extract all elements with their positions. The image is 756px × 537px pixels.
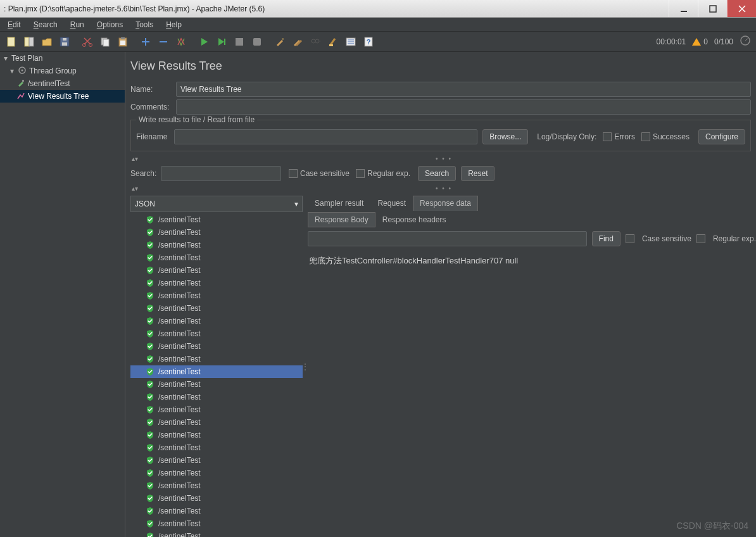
reset-button[interactable]: Reset <box>461 166 495 181</box>
test-plan-tree[interactable]: ▾ Test Plan ▾ Thread Group /sentinelTest… <box>0 52 125 537</box>
result-row[interactable]: /sentinelTest <box>130 353 303 365</box>
shield-check-icon <box>146 241 154 250</box>
search-case-label: Case sensitive <box>300 169 350 178</box>
tree-thread-group[interactable]: ▾ Thread Group <box>0 65 125 77</box>
open-icon[interactable] <box>39 34 54 49</box>
result-row[interactable]: /sentinelTest <box>130 315 303 327</box>
result-row[interactable]: /sentinelTest <box>130 264 303 277</box>
result-row[interactable]: /sentinelTest <box>130 239 303 251</box>
errors-checkbox[interactable] <box>603 132 612 141</box>
clear-all-icon[interactable] <box>290 34 305 49</box>
menu-search[interactable]: Search <box>27 18 64 31</box>
template-icon[interactable] <box>22 34 37 49</box>
clear-icon[interactable] <box>272 34 287 49</box>
new-icon[interactable] <box>4 34 19 49</box>
subtab-response-headers[interactable]: Response headers <box>375 212 453 227</box>
collapse-icon[interactable] <box>156 34 171 49</box>
tree-label-thread-group: Thread Group <box>29 66 77 75</box>
result-row[interactable]: /sentinelTest <box>130 505 303 517</box>
result-row[interactable]: /sentinelTest <box>130 340 303 353</box>
result-row[interactable]: /sentinelTest <box>130 429 303 441</box>
result-label: /sentinelTest <box>158 279 201 287</box>
start-icon[interactable] <box>196 34 211 49</box>
results-list[interactable]: /sentinelTest/sentinelTest/sentinelTest/… <box>130 213 303 537</box>
save-icon[interactable] <box>57 34 72 49</box>
menu-run[interactable]: Run <box>64 18 91 31</box>
menu-options[interactable]: Options <box>91 18 129 31</box>
vertical-splitter[interactable]: ⋮ <box>303 196 308 537</box>
function-helper-icon[interactable] <box>343 34 358 49</box>
filename-input[interactable] <box>174 129 477 144</box>
successes-checkbox[interactable] <box>641 132 650 141</box>
menu-help[interactable]: Help <box>160 18 188 31</box>
search-tree-icon[interactable] <box>308 34 323 49</box>
collapse-arrow-icon[interactable]: ▾ <box>3 54 9 63</box>
result-row[interactable]: /sentinelTest <box>130 302 303 315</box>
search-regex-checkbox[interactable] <box>356 169 365 178</box>
start-no-pause-icon[interactable] <box>214 34 229 49</box>
search-case-checkbox[interactable] <box>289 169 298 178</box>
tree-test-plan[interactable]: ▾ Test Plan <box>0 52 125 65</box>
tab-response-data[interactable]: Response data <box>413 196 478 211</box>
gear-icon <box>18 66 27 77</box>
reset-search-icon[interactable] <box>325 34 341 49</box>
search-button[interactable]: Search <box>418 166 456 181</box>
result-row[interactable]: /sentinelTest <box>130 226 303 239</box>
tab-sampler-result[interactable]: Sampler result <box>308 196 370 211</box>
cut-icon[interactable] <box>80 34 95 49</box>
subtab-response-body[interactable]: Response Body <box>308 212 375 227</box>
result-row[interactable]: /sentinelTest <box>130 289 303 302</box>
find-input[interactable] <box>308 231 587 246</box>
warning-indicator[interactable]: 0 <box>692 37 708 46</box>
find-button[interactable]: Find <box>592 231 621 246</box>
result-row[interactable]: /sentinelTest <box>130 251 303 264</box>
result-row[interactable]: /sentinelTest <box>130 403 303 416</box>
result-row[interactable]: /sentinelTest <box>130 416 303 429</box>
configure-button[interactable]: Configure <box>698 129 745 144</box>
result-row[interactable]: /sentinelTest <box>130 479 303 492</box>
tab-request[interactable]: Request <box>370 196 413 211</box>
result-row[interactable]: /sentinelTest <box>130 327 303 340</box>
result-row[interactable]: /sentinelTest <box>130 530 303 537</box>
toggle-icon[interactable] <box>173 34 189 49</box>
result-row[interactable]: /sentinelTest <box>130 365 303 378</box>
menu-tools[interactable]: Tools <box>129 18 160 31</box>
result-row[interactable]: /sentinelTest <box>130 213 303 226</box>
shutdown-icon[interactable] <box>249 34 265 49</box>
help-icon[interactable]: ? <box>361 34 376 49</box>
splitter-top[interactable]: ▴▾• • • <box>130 155 751 162</box>
stop-icon[interactable] <box>232 34 247 49</box>
shield-check-icon <box>146 405 154 414</box>
result-row[interactable]: /sentinelTest <box>130 492 303 505</box>
maximize-button[interactable] <box>698 0 727 17</box>
result-row[interactable]: /sentinelTest <box>130 378 303 391</box>
gauge-icon[interactable] <box>740 35 751 48</box>
browse-button[interactable]: Browse... <box>482 129 528 144</box>
svg-point-20 <box>315 39 319 43</box>
minimize-button[interactable] <box>669 0 698 17</box>
result-row[interactable]: /sentinelTest <box>130 441 303 454</box>
close-button[interactable] <box>727 0 756 17</box>
svg-rect-4 <box>29 37 34 46</box>
paste-icon[interactable] <box>115 34 130 49</box>
find-regex-checkbox[interactable] <box>696 234 705 243</box>
response-body-text[interactable]: 兜底方法TestController#blockHandlerTestHandl… <box>308 250 756 537</box>
result-label: /sentinelTest <box>158 481 201 490</box>
tree-sampler[interactable]: /sentinelTest <box>0 77 125 90</box>
name-input[interactable] <box>176 82 751 97</box>
collapse-arrow-icon[interactable]: ▾ <box>9 66 15 75</box>
expand-icon[interactable] <box>138 34 153 49</box>
comments-input[interactable] <box>176 99 751 115</box>
find-case-checkbox[interactable] <box>626 234 634 243</box>
result-row[interactable]: /sentinelTest <box>130 277 303 289</box>
result-row[interactable]: /sentinelTest <box>130 391 303 403</box>
result-row[interactable]: /sentinelTest <box>130 454 303 467</box>
search-input[interactable] <box>161 166 281 181</box>
result-row[interactable]: /sentinelTest <box>130 467 303 479</box>
result-row[interactable]: /sentinelTest <box>130 517 303 530</box>
tree-view-results[interactable]: View Results Tree <box>0 90 125 103</box>
renderer-select[interactable]: JSON ▾ <box>130 196 303 212</box>
copy-icon[interactable] <box>98 34 113 49</box>
splitter-mid[interactable]: ▴▾• • • <box>130 185 751 192</box>
menu-edit[interactable]: Edit <box>1 18 27 31</box>
